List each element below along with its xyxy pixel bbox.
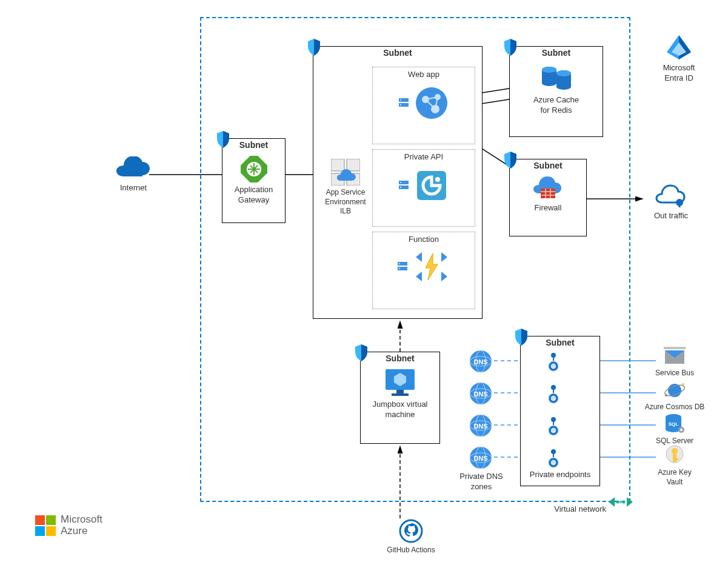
svg-rect-59 <box>541 189 555 198</box>
sql-icon: SQL <box>665 413 684 434</box>
dns-icon: DNS <box>469 381 493 406</box>
sql-node: SQL SQL Server <box>647 413 702 446</box>
cloud-icon <box>115 156 152 181</box>
svg-marker-0 <box>609 497 615 507</box>
keyvault-icon <box>666 445 684 466</box>
ilb-icon <box>331 159 360 186</box>
svg-rect-107 <box>46 515 56 525</box>
svg-point-3 <box>619 501 623 504</box>
pe-label: Private endpoints <box>520 470 600 480</box>
out-traffic-node: Out traffic <box>644 184 698 221</box>
server-icon <box>398 262 407 272</box>
svg-rect-109 <box>46 526 56 536</box>
subnet-appgw: Subnet Application Gateway <box>222 138 286 223</box>
svg-point-54 <box>542 67 556 73</box>
pe-icons <box>543 447 564 469</box>
svg-rect-29 <box>347 159 360 171</box>
svg-point-94 <box>682 383 684 386</box>
github-actions-node: GitHub Actions <box>381 519 441 555</box>
shield-icon <box>216 131 230 148</box>
svg-point-36 <box>416 87 447 119</box>
pe-icons <box>543 350 564 372</box>
private-api-title: Private API <box>373 150 475 162</box>
out-traffic-icon <box>655 184 687 209</box>
svg-point-45 <box>435 177 440 182</box>
svg-point-34 <box>400 99 401 101</box>
entra-icon <box>666 34 692 61</box>
function-title: Function <box>373 232 475 245</box>
entra-node: Microsoft Entra ID <box>652 34 706 84</box>
brand-line1: Microsoft <box>61 514 102 526</box>
webapp-title: Web app <box>373 67 475 80</box>
keyvault-label: Azure Key Vault <box>658 468 691 487</box>
cosmos-node: Azure Cosmos DB <box>641 381 708 412</box>
svg-marker-1 <box>627 497 633 507</box>
shield-icon <box>514 329 529 346</box>
svg-text:SQL: SQL <box>669 421 679 427</box>
svg-text:DNS: DNS <box>473 358 487 366</box>
svg-point-2 <box>616 501 619 504</box>
function-icon <box>413 251 450 283</box>
shield-icon <box>354 344 369 361</box>
svg-rect-61 <box>396 390 404 393</box>
github-icon <box>399 519 423 543</box>
pe-icons <box>543 383 564 404</box>
service-bus-icon <box>664 347 686 366</box>
firewall-icon <box>532 175 564 201</box>
brand-line2: Azure <box>61 526 102 537</box>
svg-point-58 <box>556 70 571 76</box>
svg-point-70 <box>551 449 556 454</box>
private-endpoint-icon <box>543 383 564 404</box>
subnet-appgw-title: Subnet <box>222 139 285 152</box>
svg-text:DNS: DNS <box>473 390 487 398</box>
private-endpoint-icon <box>543 447 564 469</box>
svg-point-53 <box>542 80 556 86</box>
svg-rect-104 <box>673 458 678 460</box>
shield-icon <box>503 152 518 169</box>
svg-point-48 <box>399 263 400 264</box>
subnet-jumpbox-title: Subnet <box>361 352 439 366</box>
keyvault-node: Azure Key Vault <box>647 445 702 487</box>
webapp-box: Web app <box>372 67 475 144</box>
dns-group: DNS <box>469 381 493 406</box>
webapp-icon <box>415 86 449 120</box>
svg-rect-90 <box>664 347 686 349</box>
svg-point-43 <box>400 187 401 188</box>
redis-label: Azure Cache for Redis <box>533 95 579 116</box>
svg-marker-50 <box>426 253 438 280</box>
svg-point-100 <box>680 429 683 431</box>
svg-point-42 <box>400 182 401 183</box>
svg-point-57 <box>556 84 571 90</box>
subnet-pe-title: Subnet <box>521 336 599 350</box>
app-gateway-icon <box>241 156 267 182</box>
dns-icon: DNS <box>469 349 493 373</box>
dns-group: DNS <box>469 413 493 438</box>
svg-point-102 <box>672 448 678 454</box>
svg-rect-28 <box>331 159 344 171</box>
github-label: GitHub Actions <box>387 546 435 555</box>
svg-point-4 <box>623 501 626 504</box>
cosmos-label: Azure Cosmos DB <box>645 403 705 412</box>
vm-icon <box>384 368 416 397</box>
server-icon <box>399 98 409 108</box>
ilb-label: App Service Environment ILB <box>325 188 366 216</box>
service-bus-label: Service Bus <box>655 369 694 378</box>
azure-brand: Microsoft Azure <box>35 514 102 537</box>
ase-ilb: App Service Environment ILB <box>319 159 372 216</box>
private-endpoint-icon <box>543 415 564 437</box>
svg-point-68 <box>551 417 556 422</box>
svg-point-64 <box>551 353 556 358</box>
subnet-redis: Subnet Azure Cache for Redis <box>509 46 603 137</box>
firewall-label: Firewall <box>535 203 562 213</box>
function-box: Function <box>372 232 475 309</box>
server-icon <box>399 181 409 190</box>
shield-icon <box>307 39 321 56</box>
subnet-firewall: Subnet Firewall <box>509 159 587 236</box>
svg-rect-62 <box>392 393 409 396</box>
cosmos-icon <box>664 381 686 400</box>
svg-point-35 <box>400 104 401 105</box>
svg-point-66 <box>551 385 556 390</box>
dns-label: Private DNS zones <box>458 472 504 492</box>
svg-text:DNS: DNS <box>473 455 487 462</box>
subnet-ase-title: Subnet <box>313 47 482 60</box>
